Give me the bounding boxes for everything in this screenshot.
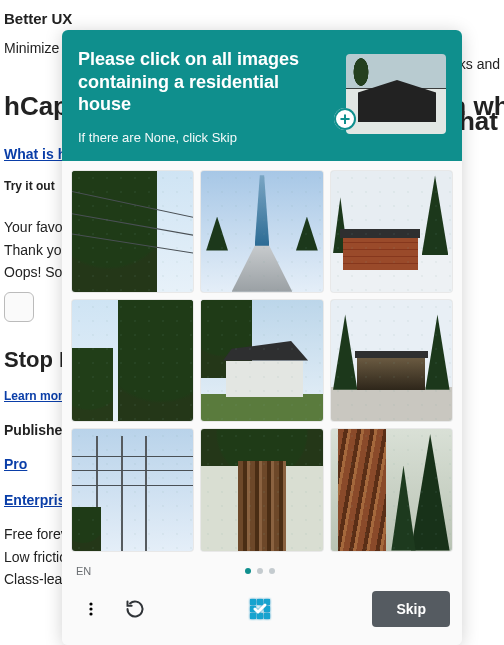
captcha-none-hint: If there are None, click Skip [78,130,332,145]
svg-rect-4 [257,599,263,605]
refresh-icon[interactable] [122,596,148,622]
captcha-tile[interactable] [331,429,452,550]
link-learn-more[interactable]: Learn more [4,389,69,403]
captcha-tile[interactable] [201,429,322,550]
svg-rect-10 [264,613,270,619]
captcha-image-grid [62,161,462,557]
svg-point-2 [89,612,92,615]
captcha-example-image: + [346,48,446,136]
captcha-tile[interactable] [201,171,322,292]
captcha-tile[interactable] [72,171,193,292]
hcaptcha-logo-icon [244,593,276,625]
svg-rect-9 [257,613,263,619]
captcha-tile[interactable] [331,300,452,421]
skip-button[interactable]: Skip [372,591,450,627]
page-dot [257,568,263,574]
svg-point-1 [89,607,92,610]
page-dot [269,568,275,574]
svg-rect-3 [250,599,256,605]
menu-icon[interactable] [78,596,104,622]
captcha-checkbox-stub[interactable] [4,292,34,322]
captcha-tile[interactable] [72,300,193,421]
captcha-header: Please click on all images containing a … [62,30,462,161]
captcha-tile[interactable] [331,171,452,292]
captcha-tile[interactable] [72,429,193,550]
captcha-prompt: Please click on all images containing a … [78,48,332,116]
link-pro[interactable]: Pro [4,456,27,472]
page-dot [245,568,251,574]
captcha-language[interactable]: EN [76,565,91,577]
svg-point-0 [89,602,92,605]
captcha-page-dots [91,568,428,574]
captcha-modal: Please click on all images containing a … [62,30,462,645]
svg-rect-8 [250,613,256,619]
captcha-footer: EN [62,557,462,645]
zoom-example-icon[interactable]: + [334,108,356,130]
captcha-tile[interactable] [201,300,322,421]
bg-hdr-ux: Better UX [4,8,500,30]
